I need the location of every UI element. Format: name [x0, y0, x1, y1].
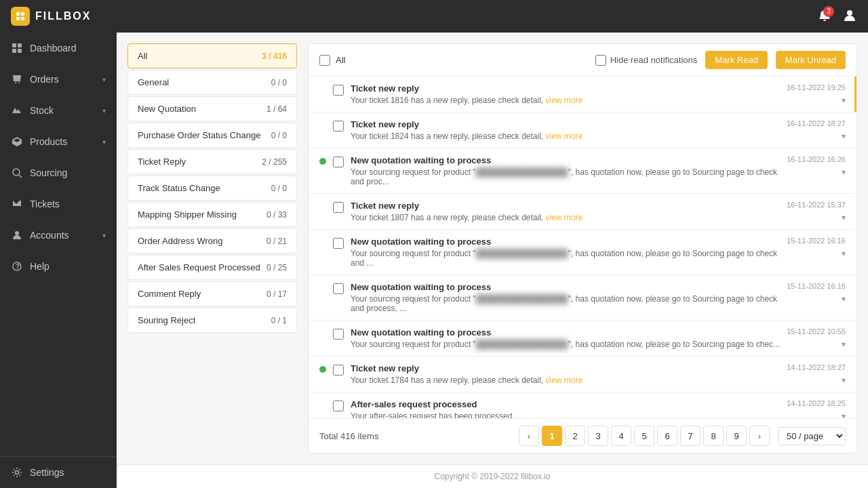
sidebar-item-settings[interactable]: Settings: [0, 457, 117, 488]
copyright-text: Copyright © 2019-2022 fillbox.io: [435, 472, 551, 481]
notif-checkbox-9[interactable]: [333, 401, 344, 411]
sidebar-item-sourcing[interactable]: Sourcing: [0, 157, 117, 188]
pagination-prev[interactable]: ‹: [519, 426, 539, 446]
notif-checkbox-1[interactable]: [333, 85, 344, 96]
page-size-select[interactable]: 50 / page 25 / page 100 / page: [778, 427, 846, 445]
products-chevron: ▾: [102, 138, 106, 146]
notification-item-3[interactable]: New quotation waiting to process Your so…: [309, 148, 856, 194]
notif-expand-1[interactable]: ▾: [842, 96, 846, 105]
sidebar-item-tickets[interactable]: Tickets: [0, 188, 117, 220]
notification-item-4[interactable]: Ticket new reply Your ticket 1807 has a …: [309, 194, 856, 230]
view-more-link-4[interactable]: view more: [546, 213, 583, 222]
category-mapping-shipper[interactable]: Mapping Shipper Missing 0 / 33: [127, 202, 297, 227]
view-more-link-2[interactable]: view more: [546, 131, 583, 141]
notif-content-5: New quotation waiting to process Your so…: [351, 237, 780, 268]
hide-read-checkbox[interactable]: [595, 55, 606, 66]
category-comment-reply-name: Comment Reply: [138, 289, 201, 299]
notif-checkbox-7[interactable]: [333, 329, 344, 340]
sourcing-icon: [11, 167, 23, 179]
mark-unread-button[interactable]: Mark Unread: [776, 51, 846, 69]
notif-body-9: Your after-sales request has been proces…: [351, 411, 780, 418]
notification-item-7[interactable]: New quotation waiting to process Your so…: [309, 321, 856, 357]
notif-expand-6[interactable]: ▾: [842, 294, 846, 304]
pagination-page-2[interactable]: 2: [565, 426, 585, 446]
sidebar-item-products[interactable]: Products ▾: [0, 126, 117, 157]
sidebar-item-stock[interactable]: Stock ▾: [0, 95, 117, 126]
topbar: FILLBOX 3: [0, 0, 868, 33]
notif-time-4: 16-11-2022 15:37: [787, 201, 846, 209]
notif-expand-2[interactable]: ▾: [842, 131, 846, 141]
notif-expand-9[interactable]: ▾: [842, 411, 846, 418]
notification-button[interactable]: 3: [818, 9, 831, 24]
notifications-panel: All Hide read notifications Mark Read Ma…: [308, 43, 857, 453]
view-more-link-1[interactable]: view more: [546, 96, 583, 105]
hide-read-label: Hide read notifications: [595, 55, 698, 66]
category-all[interactable]: All 3 / 416: [127, 43, 297, 68]
notif-expand-4[interactable]: ▾: [842, 213, 846, 222]
category-order-address[interactable]: Order Address Wrong 0 / 21: [127, 228, 297, 253]
pagination-page-4[interactable]: 4: [611, 426, 631, 446]
category-after-sales-count: 0 / 25: [267, 263, 287, 272]
notif-body-1: Your ticket 1816 has a new reply, please…: [351, 96, 780, 105]
notification-item-8[interactable]: Ticket new reply Your ticket 1784 has a …: [309, 357, 856, 392]
notif-expand-8[interactable]: ▾: [842, 375, 846, 385]
category-track-status[interactable]: Track Status Change 0 / 0: [127, 176, 297, 201]
notif-title-9: After-sales request processed: [351, 399, 780, 409]
pagination-page-3[interactable]: 3: [588, 426, 608, 446]
category-souring-reject[interactable]: Souring Reject 0 / 1: [127, 308, 297, 333]
notif-expand-5[interactable]: ▾: [842, 249, 846, 258]
layout: Dashboard Orders ▾ Stock ▾ Products ▾: [0, 33, 868, 488]
logo: FILLBOX: [11, 7, 91, 26]
pagination-page-7[interactable]: 7: [680, 426, 701, 446]
category-comment-reply[interactable]: Comment Reply 0 / 17: [127, 281, 297, 306]
sidebar-item-settings-label: Settings: [30, 467, 106, 478]
notif-checkbox-2[interactable]: [333, 121, 344, 131]
notif-checkbox-4[interactable]: [333, 202, 344, 213]
sidebar-item-tickets-label: Tickets: [30, 199, 106, 209]
sidebar-item-help[interactable]: ? Help: [0, 251, 117, 282]
notification-item-9[interactable]: After-sales request processed Your after…: [309, 392, 856, 418]
products-icon: [11, 136, 23, 148]
app-name: FILLBOX: [35, 10, 91, 22]
logo-icon: [11, 7, 30, 26]
notif-checkbox-8[interactable]: [333, 365, 344, 375]
select-all-checkbox[interactable]: [319, 55, 330, 66]
category-ticket-reply[interactable]: Ticket Reply 2 / 255: [127, 149, 297, 174]
notif-right-5: 15-11-2022 16:16 ▾: [787, 237, 846, 258]
notif-time-1: 16-11-2022 19:25: [787, 83, 846, 92]
sidebar-item-stock-label: Stock: [30, 105, 96, 116]
sidebar-item-orders[interactable]: Orders ▾: [0, 64, 117, 95]
category-po-status-change[interactable]: Purchase Order Status Change 0 / 0: [127, 123, 297, 148]
view-more-link-8[interactable]: view more: [546, 375, 583, 385]
dashboard-icon: [11, 42, 23, 54]
settings-icon: [11, 466, 23, 479]
pagination-page-5[interactable]: 5: [634, 426, 654, 446]
notification-item-2[interactable]: Ticket new reply Your ticket 1824 has a …: [309, 113, 856, 148]
category-after-sales[interactable]: After Sales Request Processed 0 / 25: [127, 255, 297, 280]
sidebar-item-products-label: Products: [30, 136, 96, 147]
sidebar-item-accounts[interactable]: Accounts ▾: [0, 220, 117, 251]
mark-read-button[interactable]: Mark Read: [705, 51, 768, 69]
notif-checkbox-3[interactable]: [333, 157, 344, 167]
notif-checkbox-5[interactable]: [333, 238, 344, 249]
notification-item-6[interactable]: New quotation waiting to process Your so…: [309, 275, 856, 321]
notif-title-5: New quotation waiting to process: [351, 237, 780, 247]
notif-expand-7[interactable]: ▾: [842, 340, 846, 349]
pagination-page-6[interactable]: 6: [657, 426, 677, 446]
pagination-page-8[interactable]: 8: [703, 426, 724, 446]
notif-expand-3[interactable]: ▾: [842, 167, 846, 177]
category-new-quotation[interactable]: New Quotation 1 / 64: [127, 96, 297, 121]
category-general[interactable]: General 0 / 0: [127, 70, 297, 95]
notif-checkbox-6[interactable]: [333, 283, 344, 294]
sidebar-item-dashboard[interactable]: Dashboard: [0, 33, 117, 64]
pagination-page-9[interactable]: 9: [726, 426, 747, 446]
orders-icon: [11, 73, 23, 85]
notification-item-1[interactable]: Ticket new reply Your ticket 1816 has a …: [309, 77, 856, 113]
notification-item-5[interactable]: New quotation waiting to process Your so…: [309, 230, 856, 275]
pagination-next[interactable]: ›: [749, 426, 770, 446]
category-po-status-name: Purchase Order Status Change: [138, 130, 260, 140]
notif-body-5: Your sourcing request for product "█████…: [351, 249, 780, 268]
user-button[interactable]: [842, 8, 857, 25]
pagination-page-1[interactable]: 1: [542, 426, 562, 446]
category-after-sales-name: After Sales Request Processed: [138, 262, 260, 272]
